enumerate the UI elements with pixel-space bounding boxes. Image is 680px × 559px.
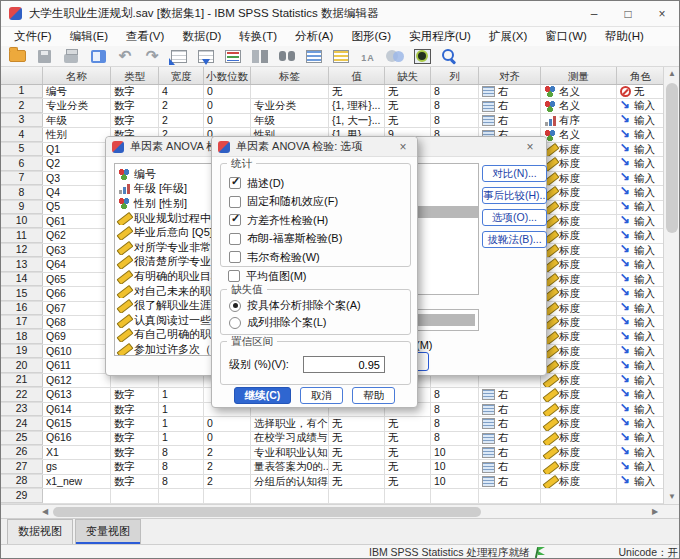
column-header[interactable]: [1, 67, 43, 84]
cell-d[interactable]: 0: [204, 432, 251, 445]
cell-measure[interactable]: 标度: [541, 244, 617, 257]
cell-label[interactable]: 专业分类: [251, 99, 329, 112]
cell-w[interactable]: 1: [159, 403, 204, 416]
cell-measure[interactable]: 标度: [541, 316, 617, 329]
cell-name[interactable]: Q611: [43, 359, 111, 372]
cell-name[interactable]: Q616: [43, 432, 111, 445]
cell-name[interactable]: X1: [43, 446, 111, 459]
cell-type[interactable]: 数字: [111, 417, 159, 430]
cell-w[interactable]: [159, 489, 204, 502]
cell-name[interactable]: Q610: [43, 345, 111, 358]
cell-cols[interactable]: 8: [431, 388, 479, 401]
cell-cols[interactable]: [431, 489, 479, 502]
column-header[interactable]: 名称: [43, 67, 111, 84]
vertical-scroll-thumb[interactable]: [666, 83, 678, 233]
cell-values[interactable]: 无: [329, 460, 385, 473]
cell-d[interactable]: 2: [204, 460, 251, 473]
cell-measure[interactable]: 标度: [541, 388, 617, 401]
cell-d[interactable]: 0: [204, 114, 251, 127]
split-file-icon[interactable]: [248, 46, 272, 66]
cell-cols[interactable]: 10: [431, 446, 479, 459]
cell-role[interactable]: 输入: [617, 258, 665, 271]
missing-values-option[interactable]: 按具体分析排除个案(A): [229, 297, 410, 314]
cell-measure[interactable]: 标度: [541, 330, 617, 343]
cell-measure[interactable]: 名义: [541, 128, 617, 141]
menu-item[interactable]: 图形(G): [342, 27, 400, 46]
cell-d[interactable]: 0: [204, 99, 251, 112]
cell-type[interactable]: 数字: [111, 432, 159, 445]
cell-missing[interactable]: 无: [385, 114, 431, 127]
cell-w[interactable]: 8: [159, 460, 204, 473]
cell-label[interactable]: [251, 85, 329, 98]
cell-name[interactable]: Q3: [43, 172, 111, 185]
redo-icon[interactable]: [140, 46, 164, 66]
cell-name[interactable]: Q612: [43, 374, 111, 387]
cell-name[interactable]: [43, 489, 111, 502]
cell-role[interactable]: 输入: [617, 273, 665, 286]
checkbox[interactable]: [229, 251, 241, 263]
close-button[interactable]: ×: [645, 1, 679, 27]
menu-item[interactable]: 转换(T): [230, 27, 286, 46]
checkbox[interactable]: [229, 196, 241, 208]
cell-role[interactable]: [617, 489, 665, 502]
options-close-icon[interactable]: ×: [395, 140, 411, 154]
cell-values[interactable]: {1, 理科}...: [329, 99, 385, 112]
cell-missing[interactable]: 无: [385, 475, 431, 488]
goto-case-icon[interactable]: [167, 46, 191, 66]
cell-name[interactable]: x1_new: [43, 475, 111, 488]
cell-cols[interactable]: 8: [431, 417, 479, 430]
cell-name[interactable]: Q67: [43, 302, 111, 315]
cell-name[interactable]: Q2: [43, 157, 111, 170]
cell-label[interactable]: 选择职业，有个...: [251, 417, 329, 430]
cell-name[interactable]: 性别: [43, 128, 111, 141]
cell-missing[interactable]: 无: [385, 85, 431, 98]
cell-role[interactable]: 输入: [617, 432, 665, 445]
cell-d[interactable]: [204, 489, 251, 502]
cell-measure[interactable]: 标度: [541, 287, 617, 300]
goto-variable-icon[interactable]: [194, 46, 218, 66]
statistics-option[interactable]: 固定和随机效应(F): [229, 193, 410, 212]
cell-values[interactable]: 无: [329, 85, 385, 98]
cell-cols[interactable]: 8: [431, 432, 479, 445]
cell-values[interactable]: [329, 489, 385, 502]
insert-variable-icon[interactable]: [329, 46, 353, 66]
column-header[interactable]: 类型: [111, 67, 159, 84]
cell-cols[interactable]: 10: [431, 475, 479, 488]
menu-item[interactable]: 实用程序(U): [400, 27, 480, 46]
checkbox[interactable]: [229, 233, 241, 245]
save-icon[interactable]: [32, 46, 56, 66]
cell-role[interactable]: 输入: [617, 475, 665, 488]
cell-measure[interactable]: 标度: [541, 359, 617, 372]
cell-measure[interactable]: 标度: [541, 201, 617, 214]
statistics-option[interactable]: 韦尔奇检验(W): [229, 248, 410, 267]
variables-icon[interactable]: [221, 46, 245, 66]
cell-values[interactable]: 无: [329, 475, 385, 488]
cell-align[interactable]: [479, 489, 541, 502]
cell-role[interactable]: 输入: [617, 316, 665, 329]
cell-align[interactable]: 右: [479, 417, 541, 430]
show-all-variables-icon[interactable]: [410, 46, 434, 66]
cell-w[interactable]: 2: [159, 99, 204, 112]
cell-values[interactable]: 无: [329, 446, 385, 459]
cell-name[interactable]: Q61: [43, 215, 111, 228]
use-variable-sets-icon[interactable]: [383, 46, 407, 66]
column-header[interactable]: 角色: [617, 67, 665, 84]
cell-type[interactable]: 数字: [111, 446, 159, 459]
cell-type[interactable]: 数字: [111, 403, 159, 416]
cell-role[interactable]: 输入: [617, 446, 665, 459]
value-labels-icon[interactable]: [356, 46, 380, 66]
cell-type[interactable]: 数字: [111, 85, 159, 98]
cell-role[interactable]: 输入: [617, 287, 665, 300]
maximize-button[interactable]: □: [611, 1, 645, 27]
cell-values[interactable]: 无: [329, 432, 385, 445]
print-icon[interactable]: [59, 46, 83, 66]
cell-d[interactable]: 2: [204, 446, 251, 459]
cell-role[interactable]: 输入: [617, 330, 665, 343]
cell-measure[interactable]: 标度: [541, 374, 617, 387]
cell-role[interactable]: 输入: [617, 186, 665, 199]
cell-measure[interactable]: 标度: [541, 345, 617, 358]
cell-missing[interactable]: [385, 489, 431, 502]
cell-role[interactable]: 输入: [617, 143, 665, 156]
checkbox[interactable]: [229, 214, 241, 226]
cell-name[interactable]: Q614: [43, 403, 111, 416]
